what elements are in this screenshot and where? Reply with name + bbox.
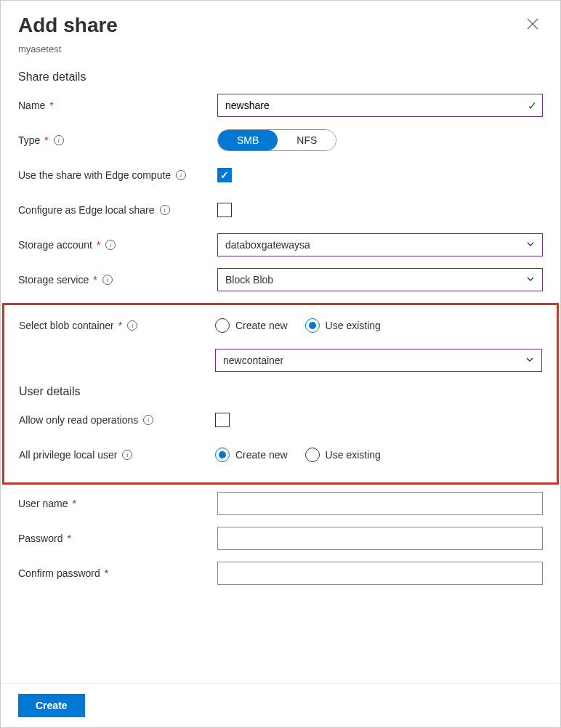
blob-use-existing-radio[interactable]: Use existing (305, 318, 381, 333)
confirm-password-input[interactable] (217, 562, 543, 585)
info-icon[interactable]: i (102, 275, 113, 285)
blob-create-new-radio[interactable]: Create new (215, 318, 288, 333)
name-input[interactable] (217, 94, 543, 117)
container-dropdown[interactable]: newcontainer (215, 349, 542, 372)
info-icon[interactable]: i (122, 450, 132, 460)
storage-service-dropdown[interactable]: Block Blob (217, 268, 543, 291)
highlight-region: Select blob container*i Create new Use e… (2, 303, 559, 485)
info-icon[interactable]: i (127, 320, 137, 331)
chevron-down-icon (526, 275, 535, 286)
label-name: Name* (18, 100, 217, 111)
user-use-existing-radio[interactable]: Use existing (305, 448, 381, 462)
chevron-down-icon (526, 240, 535, 251)
label-type: Type*i (18, 134, 217, 146)
info-icon[interactable]: i (176, 170, 186, 180)
edge-compute-checkbox[interactable] (217, 168, 232, 182)
info-icon[interactable]: i (143, 415, 153, 425)
chevron-down-icon (525, 355, 534, 366)
user-create-new-radio[interactable]: Create new (215, 448, 288, 462)
info-icon[interactable]: i (105, 240, 116, 250)
create-button[interactable]: Create (18, 694, 85, 717)
edge-local-checkbox[interactable] (217, 203, 232, 217)
label-user-name: User name* (18, 498, 217, 509)
read-only-checkbox[interactable] (215, 413, 230, 427)
label-password: Password* (18, 533, 217, 544)
label-edge-compute: Use the share with Edge compute i (18, 169, 217, 181)
label-priv-user: All privilege local useri (19, 449, 215, 461)
label-confirm-password: Confirm password* (18, 567, 217, 579)
label-blob-container: Select blob container*i (19, 320, 215, 331)
label-storage-account: Storage account*i (18, 239, 217, 251)
panel-subtitle: myasetest (1, 44, 560, 70)
info-icon[interactable]: i (54, 135, 64, 145)
label-storage-service: Storage service*i (18, 274, 217, 286)
checkmark-icon: ✓ (528, 99, 537, 113)
type-toggle[interactable]: SMB NFS (217, 129, 336, 151)
password-input[interactable] (217, 527, 543, 550)
section-user-details: User details (19, 385, 542, 398)
close-icon[interactable] (522, 14, 543, 38)
section-share-details: Share details (18, 70, 543, 84)
info-icon[interactable]: i (160, 205, 170, 215)
label-read-only: Allow only read operationsi (19, 414, 215, 426)
label-edge-local: Configure as Edge local sharei (18, 204, 217, 216)
type-smb[interactable]: SMB (218, 130, 278, 150)
storage-account-dropdown[interactable]: databoxgatewaysa (217, 233, 543, 256)
user-name-input[interactable] (217, 492, 543, 515)
type-nfs[interactable]: NFS (278, 130, 336, 150)
panel-title: Add share (18, 14, 522, 37)
